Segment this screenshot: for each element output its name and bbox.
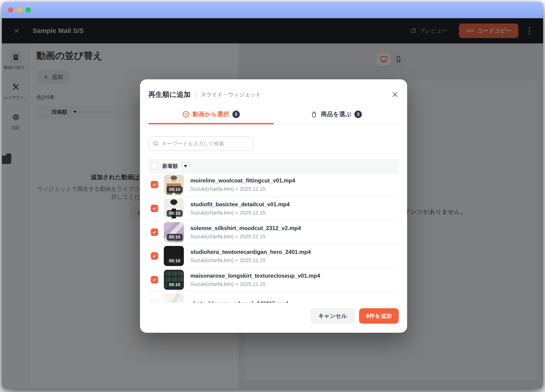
video-thumbnail: 00:10 [164, 198, 184, 218]
video-date: 2025.12.15 [240, 281, 266, 287]
meta-dot: • [236, 234, 238, 240]
macos-titlebar [2, 2, 543, 18]
video-owner: Suzuki(charlla.kim) [190, 234, 234, 240]
video-owner: Suzuki(charlla.kim) [190, 210, 234, 216]
play-circle-icon [182, 111, 190, 118]
duration-badge: 00:10 [167, 258, 183, 264]
search-icon [153, 140, 159, 147]
video-filename: clarte_blouson_pdpreel_240215.mp4 [190, 300, 288, 303]
search-field [148, 137, 253, 151]
video-row[interactable]: 00:10 studiohera_twotonecardigan_hero_24… [148, 244, 399, 268]
modal-close-icon[interactable] [391, 91, 399, 98]
video-checkbox[interactable] [151, 181, 158, 188]
video-filename: moireline_woolcoat_fittingcut_v01.mp4 [190, 177, 295, 184]
duration-badge: 00:10 [167, 186, 183, 193]
video-owner: Suzuki(charlla.kim) [190, 281, 234, 287]
tab-count-badge: 3 [354, 111, 362, 118]
video-checkbox[interactable] [151, 300, 158, 303]
video-row[interactable]: clarte_blouson_pdpreel_240215.mp4 [148, 292, 399, 303]
chevron-down-icon [184, 165, 187, 168]
duration-badge: 00:10 [167, 210, 183, 217]
video-checkbox[interactable] [151, 205, 158, 212]
modal-tabs: 動画から選択 5 商品を選ぶ 3 [148, 110, 399, 124]
meta-dot: • [236, 281, 238, 287]
video-date: 2025.12.15 [240, 186, 266, 192]
video-row[interactable]: 00:10 solenne_silkshirt_moodcut_2312_v2.… [148, 220, 399, 244]
video-thumbnail [164, 293, 184, 303]
tab-select-products[interactable]: 商品を選ぶ 3 [274, 110, 399, 124]
meta-dot: • [236, 257, 238, 263]
list-sort-label: 新着順 [162, 163, 178, 170]
video-row[interactable]: 00:10 maisonarose_longskirt_textureclose… [148, 268, 399, 292]
tab-count-badge: 5 [232, 111, 240, 118]
video-filename: studiofit_basictee_detailcut_v01.mp4 [190, 201, 290, 208]
video-filename: studiohera_twotonecardigan_hero_2401.mp4 [190, 249, 311, 255]
meta-dot: • [236, 186, 238, 192]
video-checkbox[interactable] [151, 276, 158, 284]
meta-dot: • [236, 210, 238, 216]
video-date: 2025.12.15 [240, 234, 266, 240]
title-divider [195, 91, 196, 98]
search-input[interactable] [162, 141, 249, 147]
video-thumbnail: 00:10 [164, 246, 184, 266]
cancel-button[interactable]: キャンセル [310, 308, 355, 324]
close-window-button[interactable] [8, 7, 13, 12]
select-all-videos-checkbox[interactable] [151, 163, 158, 170]
minimize-window-button[interactable] [17, 7, 22, 12]
modal-title: 再生順に追加 [148, 90, 191, 100]
video-filename: maisonarose_longskirt_texturecloseup_v01… [190, 272, 320, 279]
video-list-header: 新着順 [148, 159, 399, 173]
add-to-playlist-modal: 再生順に追加 スライド・ウィジェット 動画から選択 5 [140, 79, 407, 333]
video-filename: solenne_silkshirt_moodcut_2312_v2.mp4 [190, 225, 301, 232]
video-row[interactable]: 00:10 moireline_woolcoat_fittingcut_v01.… [148, 173, 399, 197]
modal-subtitle: スライド・ウィジェット [201, 91, 261, 98]
shopping-bag-icon [310, 111, 318, 118]
video-row[interactable]: 00:10 studiofit_basictee_detailcut_v01.m… [148, 197, 399, 220]
duration-badge: 00:10 [167, 234, 183, 241]
video-date: 2025.12.15 [240, 210, 266, 216]
video-checkbox[interactable] [151, 228, 158, 236]
duration-badge: 00:10 [167, 281, 183, 288]
app-window: Sample Mall S/S プレビュー </> コードコピー [2, 2, 543, 389]
video-thumbnail: 00:10 [164, 222, 184, 242]
video-date: 2025.12.15 [240, 257, 266, 263]
video-thumbnail: 00:10 [164, 270, 184, 290]
video-thumbnail: 00:10 [164, 174, 184, 195]
video-list: 新着順 00:10 moireline_woolcoat_fittingcut_… [148, 159, 399, 303]
video-owner: Suzuki(charlla.kim) [190, 257, 234, 263]
tab-select-from-videos[interactable]: 動画から選択 5 [148, 110, 274, 124]
screen: Sample Mall S/S プレビュー </> コードコピー [0, 0, 545, 392]
video-owner: Suzuki(charlla.kim) [190, 186, 234, 192]
add-selected-button[interactable]: 8件を追加 [359, 308, 399, 324]
list-sort-dropdown-button[interactable] [181, 162, 189, 170]
video-checkbox[interactable] [151, 252, 158, 260]
zoom-window-button[interactable] [26, 7, 31, 12]
